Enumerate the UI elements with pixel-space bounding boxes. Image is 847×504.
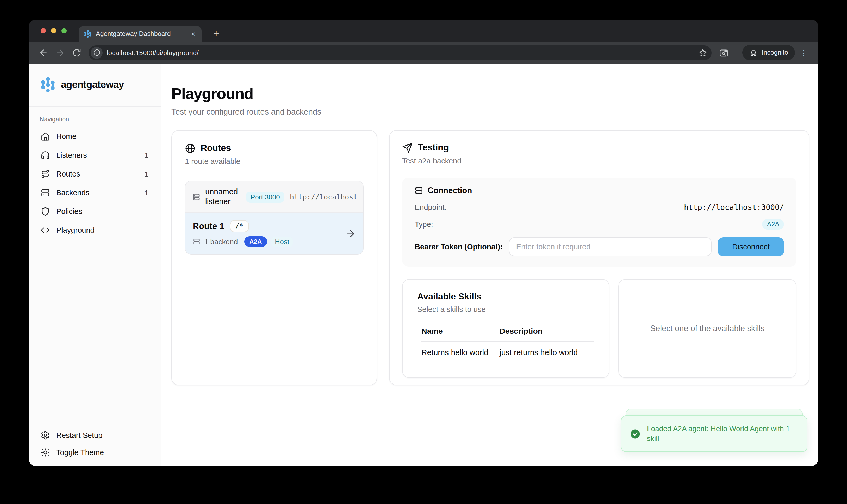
agentgateway-logo-icon [40,76,56,93]
testing-card-title: Testing [418,142,449,153]
sidebar-item-count: 1 [144,151,149,159]
app-content: agentgateway Navigation Home Listeners 1 [29,64,818,466]
new-tab-button[interactable]: + [209,26,224,41]
url-text[interactable]: localhost:15000/ui/playground/ [107,49,695,56]
server-icon [193,238,200,245]
minimize-window-button[interactable] [51,28,56,33]
back-icon[interactable] [35,45,51,60]
main-content: Playground Test your configured routes a… [161,64,818,466]
toast-stack: Loaded A2A agent: Hello World Agent with… [621,415,807,452]
skills-table: Name Description Returns hello world jus… [417,326,594,357]
server-icon [41,188,50,197]
listener-name: unnamed listener [205,187,241,207]
sidebar-item-count: 1 [144,170,149,178]
sidebar-item-playground[interactable]: Playground [36,221,154,239]
shield-icon [41,207,50,216]
routes-card-title: Routes [200,143,231,154]
gear-icon [41,430,50,440]
check-circle-icon [630,428,641,439]
listener-row[interactable]: unnamed listener Port 3000 http://localh… [186,181,363,213]
sidebar-item-label: Playground [56,226,142,234]
endpoint-value: http://localhost:3000/ [684,203,784,211]
route-path-badge: /* [229,220,249,232]
server-icon [192,193,200,201]
skill-description: just returns hello world [499,348,594,357]
sidebar-item-label: Listeners [56,151,138,159]
route-row[interactable]: Route 1 /* 1 backend A2A Host [186,213,363,254]
close-window-button[interactable] [41,28,46,33]
headphones-icon [41,150,50,160]
column-header-name: Name [421,326,499,335]
page-title: Playground [171,85,810,103]
sidebar-item-label: Routes [56,170,138,178]
browser-toolbar: localhost:15000/ui/playground/ Incognito… [29,42,818,64]
browser-tab[interactable]: Agentgateway Dashboard × [79,26,201,42]
sidebar-item-routes[interactable]: Routes 1 [36,164,154,183]
skill-row[interactable]: Returns hello world just returns hello w… [421,348,594,357]
sidebar-item-label: Backends [56,188,138,197]
type-label: Type: [414,220,433,229]
page-subtitle: Test your configured routes and backends [171,107,810,116]
arrow-right-icon[interactable] [346,228,356,239]
tab-search-icon[interactable] [716,45,731,60]
bearer-token-input[interactable] [509,237,711,256]
bearer-token-label: Bearer Token (Optional): [414,242,503,251]
listener-port-badge: Port 3000 [246,191,285,202]
connection-panel: Connection Endpoint: http://localhost:30… [402,178,796,267]
toggle-theme-label: Toggle Theme [56,448,149,456]
disconnect-button[interactable]: Disconnect [718,237,784,256]
skill-panel-empty-text: Select one of the available skills [650,324,764,333]
route-name: Route 1 [193,221,224,231]
available-skills-subtitle: Select a skills to use [417,305,594,313]
forward-icon[interactable] [52,45,68,60]
sidebar-nav: Navigation Home Listeners 1 Routes [29,107,161,239]
code-icon [41,226,50,235]
send-icon [402,142,412,153]
sidebar-item-label: Policies [56,207,142,216]
sun-icon [41,448,50,457]
sidebar-item-backends[interactable]: Backends 1 [36,183,154,202]
route-backend-count: 1 backend [204,237,238,246]
nav-section-label: Navigation [40,115,154,123]
table-divider [421,341,594,342]
success-toast[interactable]: Loaded A2A agent: Hello World Agent with… [621,415,807,452]
tab-close-icon[interactable]: × [189,30,197,38]
sidebar-footer: Restart Setup Toggle Theme [29,422,161,466]
route-protocol-badge: A2A [244,236,267,247]
testing-card-subtitle: Test a2a backend [402,157,796,165]
bookmark-star-icon[interactable] [699,48,708,57]
available-skills-title: Available Skills [417,292,594,302]
type-badge: A2A [762,219,784,230]
macos-traffic-lights [41,28,67,33]
connection-title: Connection [428,186,472,195]
column-header-description: Description [499,326,594,335]
incognito-icon [749,48,758,57]
skill-name[interactable]: Returns hello world [421,348,499,357]
sidebar-header: agentgateway [29,64,161,107]
testing-card: Testing Test a2a backend Connection Endp… [389,130,810,385]
sidebar-item-listeners[interactable]: Listeners 1 [36,146,154,164]
route-icon [41,169,50,179]
reload-icon[interactable] [69,45,84,60]
browser-menu-icon[interactable]: ⋮ [796,45,812,60]
sidebar-item-home[interactable]: Home [36,127,154,146]
restart-setup-label: Restart Setup [56,431,149,439]
url-bar[interactable]: localhost:15000/ui/playground/ [89,45,712,60]
sidebar: agentgateway Navigation Home Listeners 1 [29,64,161,466]
tab-title: Agentgateway Dashboard [96,30,185,37]
route-host-badge: Host [271,237,293,247]
toggle-theme-button[interactable]: Toggle Theme [36,444,154,461]
listener-url: http://localhost:3000/ [290,193,356,201]
site-info-icon[interactable] [91,47,103,58]
globe-icon [185,143,195,153]
browser-window: Agentgateway Dashboard × + localhost:150… [29,20,818,466]
endpoint-label: Endpoint: [414,203,447,211]
incognito-label: Incognito [762,49,788,56]
skill-detail-panel: Select one of the available skills [618,279,796,378]
sidebar-item-policies[interactable]: Policies [36,202,154,221]
logo-text: agentgateway [61,79,124,91]
listener-group: unnamed listener Port 3000 http://localh… [185,181,364,255]
tab-favicon-logo-icon [84,30,92,38]
restart-setup-button[interactable]: Restart Setup [36,427,154,444]
zoom-window-button[interactable] [61,28,67,33]
